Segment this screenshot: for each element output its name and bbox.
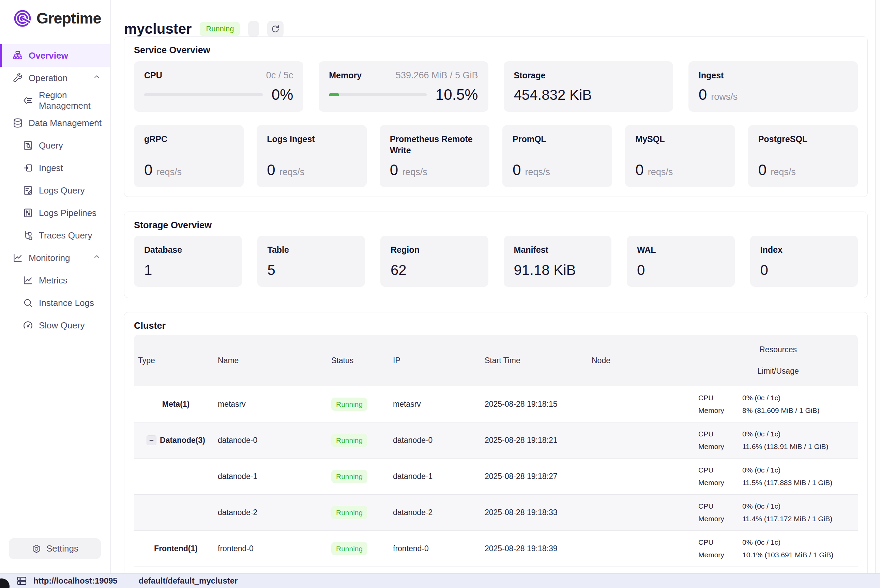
- storage-card-label: Region: [390, 244, 478, 255]
- rate-card-value: 0: [267, 162, 275, 178]
- cluster-status-badge: Running: [200, 22, 240, 36]
- rate-card-postgresql: PostgreSQL0reqs/s: [748, 125, 858, 187]
- sidebar-item-query[interactable]: Query: [0, 134, 110, 157]
- region-icon: [23, 95, 33, 106]
- chevron-up-icon[interactable]: [92, 117, 101, 129]
- resource-cpu: CPU0% (0c / 1c): [698, 430, 858, 438]
- sidebar-item-monitoring[interactable]: Monitoring: [0, 247, 110, 269]
- cell-start-time: 2025-08-28 19:18:39: [481, 544, 587, 553]
- sidebar-item-metrics[interactable]: Metrics: [0, 269, 110, 292]
- sidebar-item-traces-query[interactable]: Traces Query: [0, 224, 110, 247]
- storage-card-label: Manifest: [514, 244, 602, 255]
- cpu-card-title: CPU: [144, 70, 162, 81]
- cluster-table-body: Meta(1)metasrvRunningmetasrv2025-08-28 1…: [134, 386, 858, 567]
- rate-card-unit: reqs/s: [648, 167, 673, 177]
- brand-logo[interactable]: Greptime: [0, 0, 110, 28]
- page-header: mycluster Running: [124, 20, 284, 38]
- ingest-card-title: Ingest: [699, 70, 848, 81]
- rate-card-title: Prometheus Remote Write: [390, 134, 479, 156]
- sidebar-item-overview[interactable]: Overview: [0, 44, 110, 67]
- statusbar-url[interactable]: http://localhost:19095: [33, 576, 117, 586]
- storage-card-table: Table5: [257, 236, 365, 287]
- sidebar-item-label: Logs Query: [39, 185, 84, 196]
- cell-status: Running: [327, 470, 389, 483]
- settings-button[interactable]: Settings: [9, 538, 101, 559]
- status-badge: Running: [331, 398, 367, 411]
- sidebar-item-instance-logs[interactable]: Instance Logs: [0, 292, 110, 314]
- storage-card: Storage 454.832 KiB: [504, 62, 673, 112]
- cpu-card: CPU 0c / 5c 0%: [134, 62, 303, 112]
- rate-card-logs-ingest: Logs Ingest0reqs/s: [257, 125, 366, 187]
- gear-icon: [32, 544, 42, 554]
- cluster-action-button[interactable]: [248, 21, 259, 37]
- storage-card-label: Database: [144, 244, 232, 255]
- cpu-limit: 0c / 5c: [266, 70, 293, 81]
- refresh-icon: [270, 24, 280, 34]
- cell-start-time: 2025-08-28 19:18:21: [481, 436, 587, 445]
- storage-overview-section: Storage Overview Database1Table5Region62…: [124, 212, 868, 298]
- sidebar-item-region-management[interactable]: Region Management: [0, 89, 110, 112]
- page-title: mycluster: [124, 21, 192, 37]
- sidebar-item-label: Instance Logs: [39, 298, 94, 308]
- resource-cpu: CPU0% (0c / 1c): [698, 502, 858, 510]
- cell-status: Running: [327, 506, 389, 519]
- search-icon: [23, 297, 33, 308]
- sidebar-item-data-management[interactable]: Data Management: [0, 112, 110, 134]
- cell-name: datanode-1: [214, 472, 327, 481]
- rate-card-value: 0: [513, 162, 521, 178]
- cpu-progress-bar: [144, 93, 263, 96]
- sidebar-item-logs-pipelines[interactable]: Logs Pipelines: [0, 202, 110, 224]
- col-limit-usage-label: Limit/Usage: [757, 367, 799, 376]
- sidebar-item-operation[interactable]: Operation: [0, 67, 110, 89]
- col-ip: IP: [389, 356, 481, 365]
- rate-card-unit: reqs/s: [279, 167, 305, 177]
- rate-card-value: 0: [144, 162, 152, 178]
- storage-card-title: Storage: [514, 70, 663, 81]
- col-status: Status: [327, 356, 389, 365]
- sitemap-icon: [12, 50, 23, 61]
- statusbar-database[interactable]: default/default_mycluster: [139, 576, 238, 586]
- service-metric-cards: CPU 0c / 5c 0% Memory 539.266 MiB / 5 Gi…: [134, 62, 858, 112]
- resource-memory: Memory11.5% (117.883 MiB / 1 GiB): [698, 478, 858, 487]
- sidebar-item-ingest[interactable]: Ingest: [0, 157, 110, 179]
- storage-card-wal: WAL0: [627, 236, 735, 287]
- rate-card-prometheus-remote-write: Prometheus Remote Write0reqs/s: [380, 125, 490, 187]
- cell-ip: datanode-2: [389, 508, 481, 517]
- sidebar-item-slow-query[interactable]: Slow Query: [0, 314, 110, 337]
- service-overview-section: Service Overview CPU 0c / 5c 0% Memory: [124, 36, 868, 197]
- table-row: datanode-1Runningdatanode-12025-08-28 19…: [134, 458, 858, 494]
- status-badge: Running: [331, 542, 367, 555]
- greptime-logo-icon: [13, 9, 32, 28]
- rate-card-promql: PromQL0reqs/s: [502, 125, 612, 187]
- sidebar-item-label: Ingest: [39, 163, 63, 173]
- cell-ip: frontend-0: [389, 544, 481, 553]
- sidebar-item-label: Traces Query: [39, 230, 92, 241]
- ingest-card: Ingest 0 rows/s: [688, 62, 858, 112]
- main-content: mycluster Running Service Overview CPU 0…: [111, 0, 880, 588]
- resource-memory: Memory10.1% (103.691 MiB / 1 GiB): [698, 551, 858, 559]
- refresh-button[interactable]: [267, 21, 284, 37]
- traces-icon: [23, 230, 33, 241]
- chevron-up-icon[interactable]: [92, 73, 101, 84]
- scrollbar[interactable]: [875, 0, 880, 574]
- collapse-button[interactable]: −: [147, 435, 156, 445]
- rate-card-unit: reqs/s: [770, 167, 796, 177]
- cell-name: datanode-2: [214, 508, 327, 517]
- sidebar-item-logs-query[interactable]: Logs Query: [0, 179, 110, 202]
- resource-memory: Memory11.6% (118.91 MiB / 1 GiB): [698, 442, 858, 451]
- cell-ip: datanode-0: [389, 436, 481, 445]
- rate-card-value: 0: [390, 162, 398, 178]
- cell-status: Running: [327, 542, 389, 555]
- cell-resources: CPU0% (0c / 1c)Memory11.5% (117.883 MiB …: [694, 466, 858, 487]
- sidebar-item-label: Logs Pipelines: [39, 208, 96, 218]
- app-window: Greptime OverviewOperationRegion Managem…: [0, 0, 880, 588]
- storage-card-label: Index: [760, 244, 848, 255]
- storage-card-value: 1: [144, 262, 232, 278]
- col-type: Type: [134, 356, 214, 365]
- sidebar-item-label: Metrics: [39, 275, 68, 286]
- chevron-up-icon[interactable]: [92, 252, 101, 264]
- cell-name: metasrv: [214, 400, 327, 409]
- rate-card-mysql: MySQL0reqs/s: [625, 125, 735, 187]
- storage-value: 454.832 KiB: [514, 87, 663, 103]
- memory-percent: 10.5%: [435, 86, 478, 103]
